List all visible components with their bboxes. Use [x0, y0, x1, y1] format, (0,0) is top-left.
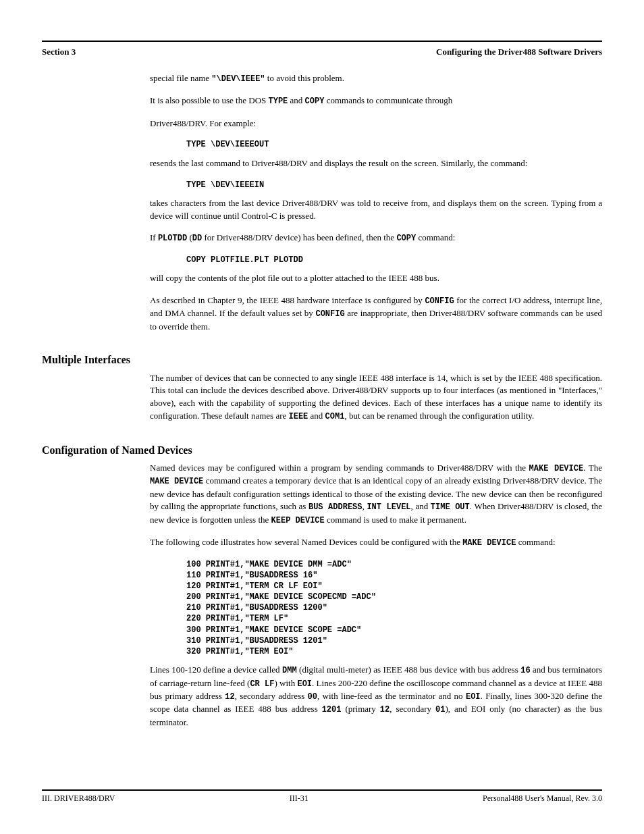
bottom-rule: [42, 789, 602, 791]
paragraph: resends the last command to Driver488/DR…: [150, 157, 602, 170]
footer-center: III-31: [290, 793, 308, 804]
content: special file name "\DEV\IEEE" to avoid t…: [150, 72, 602, 729]
header-right: Configuring the Driver488 Software Drive…: [436, 46, 602, 59]
paragraph: will copy the contents of the plot file …: [150, 272, 602, 285]
code-line: TYPE \DEV\IEEEIN: [186, 180, 602, 190]
section-heading: Configuration of Named Devices: [42, 442, 602, 458]
paragraph: Lines 100-120 define a device called DMM…: [150, 664, 602, 729]
paragraph: It is also possible to use the DOS TYPE …: [150, 95, 602, 107]
paragraph: special file name "\DEV\IEEE" to avoid t…: [150, 72, 602, 85]
paragraph: takes characters from the last device Dr…: [150, 197, 602, 223]
footer-left: III. DRIVER488/DRV: [42, 793, 115, 804]
code-block: 100 PRINT#1,"MAKE DEVICE DMM =ADC" 110 P…: [186, 559, 602, 658]
paragraph: As described in Chapter 9, the IEEE 488 …: [150, 294, 602, 334]
top-rule: [42, 41, 602, 42]
section-heading: Multiple Interfaces: [42, 352, 602, 367]
page: Section 3 Configuring the Driver488 Soft…: [0, 0, 644, 834]
code-line: COPY PLOTFILE.PLT PLOTDD: [186, 255, 602, 265]
paragraph: The following code illustrates how sever…: [150, 536, 602, 549]
header-left: Section 3: [42, 46, 76, 59]
paragraph: Named devices may be configured within a…: [150, 462, 602, 527]
paragraph: If PLOTDD (DD for Driver488/DRV device) …: [150, 232, 602, 244]
paragraph: Driver488/DRV. For example:: [150, 118, 602, 130]
code-line: TYPE \DEV\IEEEOUT: [186, 139, 602, 150]
footer-right: Personal488 User's Manual, Rev. 3.0: [483, 793, 602, 804]
page-footer: III. DRIVER488/DRV III-31 Personal488 Us…: [42, 793, 602, 804]
paragraph: The number of devices that can be connec…: [150, 372, 602, 423]
page-header: Section 3 Configuring the Driver488 Soft…: [42, 46, 602, 59]
